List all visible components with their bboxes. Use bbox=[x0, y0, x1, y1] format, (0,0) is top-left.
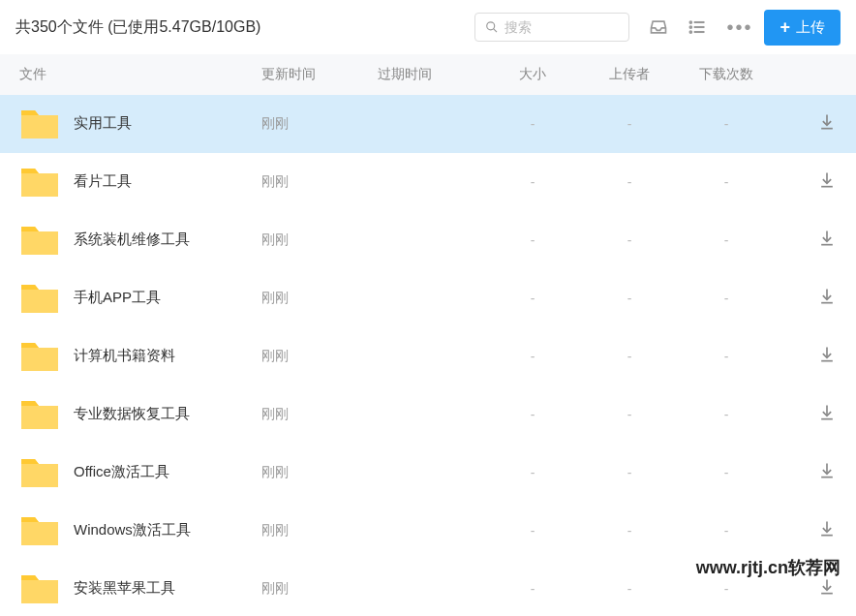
cell-uploader: - bbox=[581, 349, 678, 364]
cell-size: - bbox=[484, 407, 581, 422]
table-row[interactable]: Office激活工具 刚刚 - - - bbox=[0, 444, 856, 502]
watermark: www.rjtj.cn软荐网 bbox=[696, 556, 841, 579]
file-name: 计算机书籍资料 bbox=[74, 347, 175, 365]
table-row[interactable]: 专业数据恢复工具 刚刚 - - - bbox=[0, 385, 856, 444]
table-row[interactable]: 实用工具 刚刚 - - - bbox=[0, 95, 856, 153]
cell-downloads: - bbox=[678, 523, 775, 539]
svg-point-7 bbox=[690, 31, 692, 33]
cell-uploader: - bbox=[581, 465, 678, 480]
search-icon bbox=[485, 19, 499, 35]
folder-icon bbox=[19, 339, 60, 374]
file-summary: 共350个文件 (已使用5.47GB/10GB) bbox=[15, 17, 474, 38]
cell-size: - bbox=[484, 174, 581, 190]
table-header: 文件 更新时间 过期时间 大小 上传者 下载次数 bbox=[0, 54, 856, 95]
cell-downloads: - bbox=[678, 291, 775, 306]
file-name: 实用工具 bbox=[74, 114, 132, 133]
cell-uploader: - bbox=[581, 291, 678, 306]
svg-point-0 bbox=[487, 22, 495, 30]
folder-icon bbox=[19, 165, 60, 200]
download-button[interactable] bbox=[817, 410, 837, 425]
upload-label: 上传 bbox=[796, 18, 825, 37]
file-name: Windows激活工具 bbox=[74, 521, 191, 539]
folder-icon bbox=[19, 281, 60, 316]
folder-icon bbox=[19, 397, 60, 432]
cell-downloads: - bbox=[678, 116, 775, 132]
cell-size: - bbox=[484, 232, 581, 248]
download-button[interactable] bbox=[817, 584, 837, 600]
folder-icon bbox=[19, 571, 60, 606]
file-name: 系统装机维修工具 bbox=[74, 231, 190, 249]
download-button[interactable] bbox=[817, 119, 837, 135]
cell-size: - bbox=[484, 116, 581, 132]
file-name: 安装黑苹果工具 bbox=[74, 579, 175, 598]
table-row[interactable]: 系统装机维修工具 刚刚 - - - bbox=[0, 211, 856, 269]
file-name: 专业数据恢复工具 bbox=[74, 405, 190, 423]
plus-icon: + bbox=[780, 17, 790, 38]
download-button[interactable] bbox=[817, 177, 837, 193]
svg-point-5 bbox=[690, 21, 692, 23]
list-icon bbox=[688, 17, 707, 37]
cell-downloads: - bbox=[678, 349, 775, 364]
header-file[interactable]: 文件 bbox=[19, 66, 261, 83]
cell-uploader: - bbox=[581, 581, 678, 597]
cell-size: - bbox=[484, 291, 581, 306]
cell-update: 刚刚 bbox=[261, 464, 378, 481]
svg-point-6 bbox=[690, 26, 692, 28]
cell-update: 刚刚 bbox=[261, 231, 378, 249]
cell-size: - bbox=[484, 523, 581, 539]
folder-icon bbox=[19, 223, 60, 258]
cell-downloads: - bbox=[678, 232, 775, 248]
cell-update: 刚刚 bbox=[261, 173, 378, 191]
download-button[interactable] bbox=[817, 235, 837, 251]
search-box[interactable] bbox=[474, 13, 629, 42]
file-list: 实用工具 刚刚 - - - 看片工具 刚刚 - - - 系统装机维修工具 刚刚 … bbox=[0, 95, 856, 616]
header-downloads[interactable]: 下载次数 bbox=[678, 66, 775, 83]
download-button[interactable] bbox=[817, 468, 837, 483]
download-button[interactable] bbox=[817, 293, 837, 309]
search-input[interactable] bbox=[504, 19, 619, 35]
cell-downloads: - bbox=[678, 465, 775, 480]
svg-line-1 bbox=[494, 29, 497, 32]
cell-update: 刚刚 bbox=[261, 115, 378, 133]
header-uploader[interactable]: 上传者 bbox=[581, 66, 678, 83]
cell-update: 刚刚 bbox=[261, 522, 378, 539]
file-name: Office激活工具 bbox=[74, 463, 169, 481]
upload-button[interactable]: + 上传 bbox=[764, 10, 841, 46]
cell-downloads: - bbox=[678, 581, 775, 597]
cell-update: 刚刚 bbox=[261, 348, 378, 365]
cell-size: - bbox=[484, 465, 581, 480]
list-view-button[interactable] bbox=[680, 10, 715, 45]
file-name: 看片工具 bbox=[74, 172, 132, 191]
cell-downloads: - bbox=[678, 407, 775, 422]
cell-downloads: - bbox=[678, 174, 775, 190]
cell-update: 刚刚 bbox=[261, 406, 378, 423]
cell-size: - bbox=[484, 349, 581, 364]
header-expire[interactable]: 过期时间 bbox=[378, 66, 484, 83]
header-size[interactable]: 大小 bbox=[484, 66, 581, 83]
inbox-icon bbox=[649, 17, 668, 37]
cell-update: 刚刚 bbox=[261, 580, 378, 598]
toolbar: 共350个文件 (已使用5.47GB/10GB) ••• + 上传 bbox=[0, 0, 856, 54]
inbox-button[interactable] bbox=[641, 10, 676, 45]
cell-size: - bbox=[484, 581, 581, 597]
download-button[interactable] bbox=[817, 526, 837, 541]
table-row[interactable]: 手机APP工具 刚刚 - - - bbox=[0, 269, 856, 327]
download-button[interactable] bbox=[817, 352, 837, 367]
folder-icon bbox=[19, 513, 60, 548]
header-update[interactable]: 更新时间 bbox=[261, 66, 378, 83]
folder-icon bbox=[19, 455, 60, 490]
table-row[interactable]: 计算机书籍资料 刚刚 - - - bbox=[0, 327, 856, 385]
file-name: 手机APP工具 bbox=[74, 289, 161, 307]
cell-uploader: - bbox=[581, 174, 678, 190]
folder-icon bbox=[19, 107, 60, 141]
table-row[interactable]: 看片工具 刚刚 - - - bbox=[0, 153, 856, 211]
cell-uploader: - bbox=[581, 116, 678, 132]
cell-uploader: - bbox=[581, 232, 678, 248]
cell-uploader: - bbox=[581, 523, 678, 539]
table-row[interactable]: Windows激活工具 刚刚 - - - bbox=[0, 502, 856, 560]
more-button[interactable]: ••• bbox=[726, 16, 752, 39]
cell-update: 刚刚 bbox=[261, 290, 378, 307]
cell-uploader: - bbox=[581, 407, 678, 422]
